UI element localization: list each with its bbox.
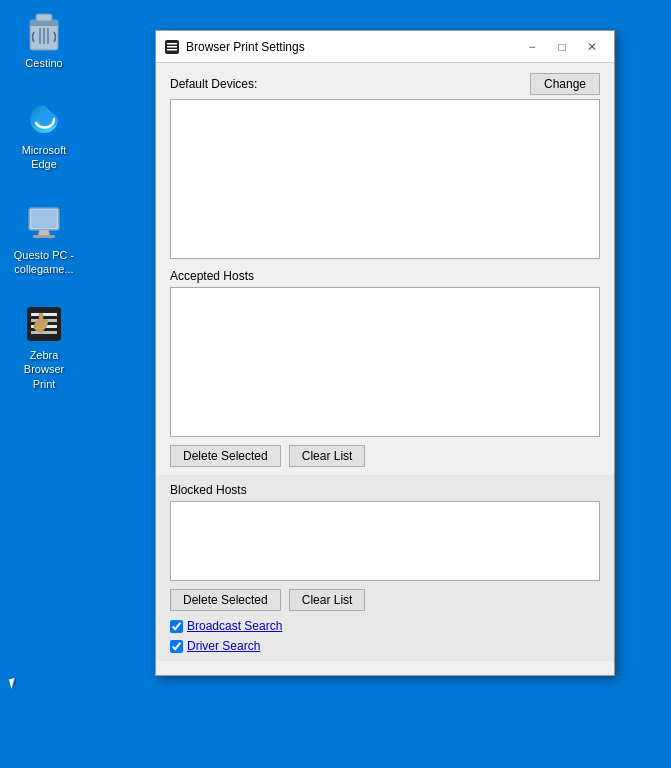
questo-pc-label: Questo PC -collegame...	[14, 248, 75, 277]
default-devices-listbox[interactable]	[170, 99, 600, 259]
svg-rect-9	[33, 235, 55, 238]
accepted-hosts-header: Accepted Hosts	[170, 269, 600, 283]
window-content: Default Devices: Change Accepted Hosts D…	[156, 63, 614, 675]
accepted-hosts-btn-row: Delete Selected Clear List	[170, 445, 600, 467]
blocked-hosts-listbox[interactable]	[170, 501, 600, 581]
svg-rect-2	[36, 14, 52, 21]
window-controls: − □ ✕	[518, 36, 606, 58]
blocked-hosts-header: Blocked Hosts	[170, 483, 600, 497]
close-button[interactable]: ✕	[578, 36, 606, 58]
cestino-label: Cestino	[25, 56, 62, 70]
blocked-clear-list-button[interactable]: Clear List	[289, 589, 366, 611]
broadcast-search-row: Broadcast Search	[170, 619, 600, 633]
blocked-hosts-label: Blocked Hosts	[170, 483, 247, 497]
maximize-button[interactable]: □	[548, 36, 576, 58]
desktop-icon-questo-pc[interactable]: Questo PC -collegame...	[8, 200, 80, 281]
desktop-icon-cestino[interactable]: Cestino	[8, 8, 80, 74]
svg-rect-8	[39, 230, 49, 235]
driver-search-checkbox[interactable]	[170, 640, 183, 653]
broadcast-search-label[interactable]: Broadcast Search	[187, 619, 282, 633]
driver-search-row: Driver Search	[170, 639, 600, 653]
accepted-delete-selected-button[interactable]: Delete Selected	[170, 445, 281, 467]
change-button[interactable]: Change	[530, 73, 600, 95]
accepted-clear-list-button[interactable]: Clear List	[289, 445, 366, 467]
svg-rect-16	[31, 331, 57, 334]
default-devices-header: Default Devices: Change	[170, 73, 600, 95]
svg-rect-20	[167, 49, 177, 51]
window-title: Browser Print Settings	[186, 40, 518, 54]
edge-label: MicrosoftEdge	[22, 143, 67, 172]
window-icon	[164, 39, 180, 55]
minimize-button[interactable]: −	[518, 36, 546, 58]
computer-icon	[24, 204, 64, 244]
svg-rect-19	[167, 46, 177, 48]
blocked-section: Blocked Hosts Delete Selected Clear List…	[156, 475, 614, 661]
zebra-icon	[24, 304, 64, 344]
cestino-icon	[24, 12, 64, 52]
mouse-cursor	[9, 677, 21, 689]
svg-rect-13	[31, 313, 57, 316]
zebra-label: ZebraBrowser Print	[12, 348, 76, 391]
blocked-delete-selected-button[interactable]: Delete Selected	[170, 589, 281, 611]
default-devices-label: Default Devices:	[170, 77, 530, 91]
svg-rect-18	[167, 43, 177, 45]
broadcast-search-checkbox[interactable]	[170, 620, 183, 633]
accepted-hosts-label: Accepted Hosts	[170, 269, 254, 283]
accepted-hosts-listbox[interactable]	[170, 287, 600, 437]
desktop-icon-zebra[interactable]: ZebraBrowser Print	[8, 300, 80, 395]
edge-icon	[24, 99, 64, 139]
blocked-hosts-btn-row: Delete Selected Clear List	[170, 589, 600, 611]
title-bar: Browser Print Settings − □ ✕	[156, 31, 614, 63]
desktop-icon-edge[interactable]: MicrosoftEdge	[8, 95, 80, 176]
svg-rect-7	[31, 210, 57, 228]
browser-print-settings-window: Browser Print Settings − □ ✕ Default Dev…	[155, 30, 615, 676]
driver-search-label[interactable]: Driver Search	[187, 639, 260, 653]
